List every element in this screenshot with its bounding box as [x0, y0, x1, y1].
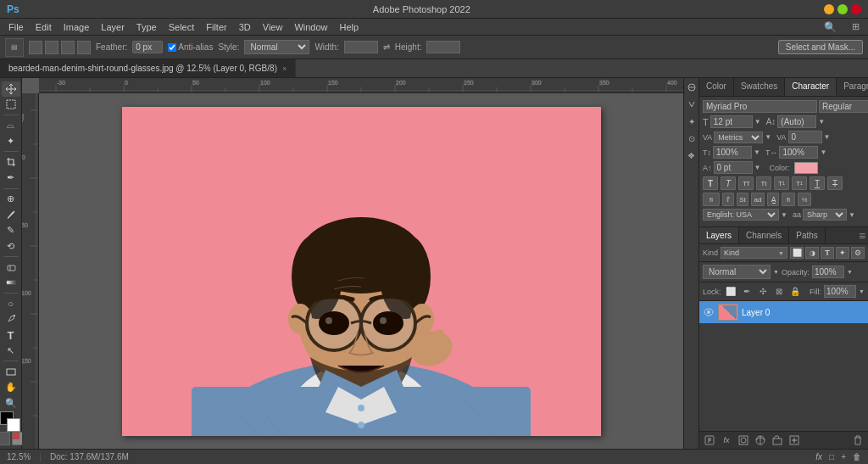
lock-image-icon[interactable]: ✒: [740, 286, 754, 298]
kern-dropdown[interactable]: ▼: [765, 133, 771, 141]
underline-btn[interactable]: T: [810, 176, 825, 190]
shape-tool[interactable]: [2, 364, 20, 379]
layer-item[interactable]: Layer 0: [699, 301, 868, 323]
shape-opt-2[interactable]: [45, 41, 58, 54]
side-icon-1[interactable]: [686, 81, 698, 93]
leading-input[interactable]: [777, 115, 816, 128]
status-fx-icon[interactable]: fx: [815, 452, 822, 461]
crop-tool[interactable]: [2, 154, 20, 170]
menu-window[interactable]: Window: [289, 20, 332, 34]
canvas-area[interactable]: -30 0 50 100 150 200 250: [22, 78, 683, 449]
width-input[interactable]: [344, 41, 378, 53]
smallcaps-btn[interactable]: Tt: [756, 176, 771, 190]
side-icon-3[interactable]: ✦: [686, 115, 698, 127]
color-pair[interactable]: [0, 411, 22, 429]
side-icon-4[interactable]: ⊙: [686, 132, 698, 144]
fill-dropdown[interactable]: ▼: [859, 288, 865, 294]
pen-tool[interactable]: [2, 312, 20, 327]
maximize-button[interactable]: [837, 4, 848, 14]
magic-wand-tool[interactable]: ✦: [2, 134, 20, 149]
color-swatch[interactable]: [794, 162, 818, 174]
menu-3d[interactable]: 3D: [234, 20, 256, 34]
layers-options-btn[interactable]: ≡: [856, 227, 868, 243]
lasso-tool[interactable]: ⌓: [2, 118, 20, 133]
ornament-btn[interactable]: 𝕗: [722, 193, 734, 206]
close-button[interactable]: [851, 4, 861, 14]
new-layer-btn[interactable]: [787, 434, 801, 446]
menu-edit[interactable]: Edit: [31, 20, 57, 34]
hand-tool[interactable]: ✋: [2, 380, 20, 395]
menu-select[interactable]: Select: [164, 20, 200, 34]
font-style-input[interactable]: [819, 100, 868, 113]
italic-btn[interactable]: T: [721, 176, 736, 190]
blend-mode-select[interactable]: Normal Multiply Screen Overlay: [703, 265, 771, 279]
super-btn[interactable]: T1: [774, 176, 789, 190]
tab-paths[interactable]: Paths: [789, 227, 826, 243]
menu-filter[interactable]: Filter: [201, 20, 231, 34]
cap-btn[interactable]: A̲: [767, 193, 779, 206]
opacity-dropdown[interactable]: ▼: [847, 269, 853, 275]
menu-file[interactable]: File: [3, 20, 29, 34]
tab-swatches[interactable]: Swatches: [734, 78, 785, 96]
style-select[interactable]: Normal Fixed Ratio Fixed Size: [244, 40, 309, 54]
shape-opt-4[interactable]: [77, 41, 91, 54]
strikethrough-btn[interactable]: T: [827, 176, 843, 190]
window-controls[interactable]: [824, 4, 861, 14]
lock-transparent-icon[interactable]: ⬜: [724, 286, 737, 298]
half-btn[interactable]: ½: [798, 193, 811, 206]
menu-view[interactable]: View: [258, 20, 288, 34]
sub-btn[interactable]: T1: [792, 176, 807, 190]
baseline-dropdown[interactable]: ▼: [754, 164, 761, 171]
hscale-input[interactable]: [779, 146, 818, 159]
bold-btn[interactable]: T: [703, 176, 718, 190]
tab-layers[interactable]: Layers: [699, 227, 739, 243]
eraser-tool[interactable]: [2, 260, 20, 275]
tracking-input[interactable]: [788, 131, 822, 143]
add-link-btn[interactable]: [703, 434, 716, 446]
clone-stamp-tool[interactable]: ✎: [2, 223, 20, 238]
brush-tool[interactable]: [2, 207, 20, 222]
select-mask-button[interactable]: Select and Mask...: [778, 40, 863, 54]
delete-layer-btn[interactable]: [851, 434, 865, 446]
language-select[interactable]: English: USA: [703, 209, 779, 221]
layer-visibility-eye[interactable]: [703, 306, 715, 318]
eyedropper-tool[interactable]: ✒: [2, 171, 20, 186]
standard-mode[interactable]: [0, 432, 10, 445]
ligature-btn[interactable]: ﬁ: [782, 193, 795, 206]
filter-kind-select[interactable]: Kind ▼: [721, 247, 787, 259]
tab-close[interactable]: ×: [282, 64, 287, 73]
background-color[interactable]: [7, 418, 20, 432]
filter-type-icon[interactable]: T: [821, 247, 834, 259]
wh-swap-icon[interactable]: ⇌: [383, 42, 390, 52]
lock-artboard-icon[interactable]: ⊠: [772, 286, 786, 298]
vscale-dropdown[interactable]: ▼: [754, 148, 760, 156]
anti-alias-container[interactable]: Anti-alias: [168, 42, 213, 52]
canvas-tab[interactable]: bearded-man-denim-shirt-round-glasses.jp…: [0, 59, 296, 77]
shape-opt-1[interactable]: [29, 41, 42, 54]
lang-dropdown[interactable]: ▼: [781, 211, 787, 219]
font-size-input[interactable]: [710, 115, 753, 128]
fill-input[interactable]: [824, 285, 856, 298]
filter-adj-icon[interactable]: ◑: [805, 247, 819, 259]
layer-thumbnail[interactable]: [718, 304, 738, 321]
search-icon[interactable]: 🔍: [819, 20, 842, 35]
side-icon-2[interactable]: [686, 98, 698, 110]
text-tool[interactable]: T: [2, 327, 20, 343]
leading-dropdown-icon[interactable]: ▼: [818, 118, 825, 126]
menu-layer[interactable]: Layer: [96, 20, 130, 34]
shape-opt-3[interactable]: [61, 41, 75, 54]
allcaps-btn[interactable]: TT: [738, 176, 754, 190]
tool-preset[interactable]: ▤: [5, 38, 24, 57]
feather-input[interactable]: [132, 41, 163, 53]
new-group-btn[interactable]: [771, 434, 784, 446]
workspace-icon[interactable]: ⊞: [847, 20, 865, 34]
tab-channels[interactable]: Channels: [739, 227, 789, 243]
tab-paragraph[interactable]: Paragraph: [837, 78, 868, 96]
ordinal-btn[interactable]: St: [737, 193, 748, 206]
anti-alias-checkbox[interactable]: [168, 43, 176, 52]
zoom-tool[interactable]: 🔍: [2, 396, 20, 411]
minimize-button[interactable]: [824, 4, 834, 14]
status-new-icon[interactable]: +: [841, 452, 846, 461]
side-icon-5[interactable]: ❖: [686, 149, 698, 161]
vscale-input[interactable]: [713, 146, 752, 159]
